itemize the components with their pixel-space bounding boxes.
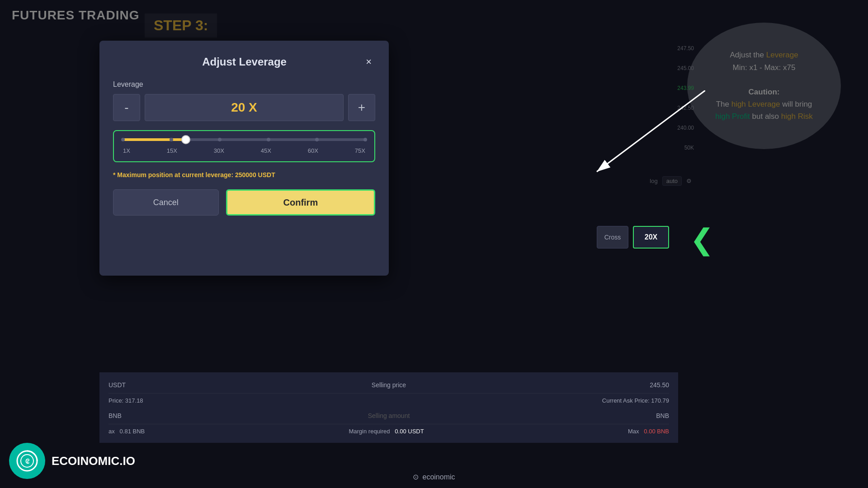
price-row: Price: 317.18 Current Ask Price: 170.79 xyxy=(108,394,669,408)
tick-dot-45x xyxy=(267,138,270,141)
selling-price-label: Selling price xyxy=(190,381,588,389)
decrease-leverage-button[interactable]: - xyxy=(113,94,140,121)
bottom-logo-icon: ⊙ xyxy=(413,473,419,481)
slider-tick-labels: 1X 15X 30X 45X 60X 75X xyxy=(123,147,365,154)
leverage-display: 20 X xyxy=(145,94,344,121)
tick-60x: 60X xyxy=(308,147,318,154)
leverage-slider-container: 1X 15X 30X 45X 60X 75X xyxy=(113,130,375,162)
selling-price-value: 245.50 xyxy=(588,381,669,389)
green-arrow-icon: ❮ xyxy=(690,225,714,254)
cross-badge[interactable]: Cross xyxy=(597,226,628,249)
close-button[interactable]: × xyxy=(362,54,375,70)
logo-circle-icon: ₢ xyxy=(9,443,45,479)
usdt-label: USDT xyxy=(108,381,190,389)
slider-track[interactable] xyxy=(123,138,365,141)
tick-1x: 1X xyxy=(123,147,130,154)
modal-title: Adjust Leverage xyxy=(127,56,362,68)
bnb-label-right: BNB xyxy=(588,412,669,419)
action-buttons: Cancel Confirm xyxy=(113,189,375,216)
confirm-button[interactable]: Confirm xyxy=(226,189,375,216)
tick-15x: 15X xyxy=(167,147,177,154)
slider-fill xyxy=(123,138,186,141)
slider-thumb[interactable] xyxy=(181,135,190,144)
bottom-center-logo: ⊙ ecoinomic xyxy=(413,473,455,481)
tick-dot-30x xyxy=(218,138,222,141)
max-bnb-right: Max 0.00 BNB xyxy=(628,428,669,435)
svg-text:₢: ₢ xyxy=(25,458,29,465)
current-ask-price: Current Ask Price: 170.79 xyxy=(602,397,669,404)
logo-text: ECOINOMIC.IO xyxy=(52,454,135,468)
tick-dot-75x xyxy=(363,138,367,141)
tick-dot-15x xyxy=(170,138,173,141)
modal-header: Adjust Leverage × xyxy=(113,54,375,70)
max-position-text: * Maximum position at current leverage: … xyxy=(113,171,375,178)
leverage-input-row: - 20 X + xyxy=(113,94,375,121)
bottom-logo-text: ecoinomic xyxy=(422,473,455,481)
leverage-badge[interactable]: 20X xyxy=(633,226,669,249)
max-bnb: ax 0.81 BNB xyxy=(108,428,145,435)
leverage-section-label: Leverage xyxy=(113,80,375,89)
margin-required: Margin required 0.00 USDT xyxy=(349,428,424,435)
ecoinomic-logo-svg: ₢ xyxy=(16,450,38,472)
margin-row: ax 0.81 BNB Margin required 0.00 USDT Ma… xyxy=(108,424,669,438)
adjust-leverage-modal: Adjust Leverage × Leverage - 20 X + 1X 1… xyxy=(99,41,389,276)
cancel-button[interactable]: Cancel xyxy=(113,189,219,216)
logo-area: ₢ ECOINOMIC.IO xyxy=(9,443,135,479)
tick-75x: 75X xyxy=(355,147,365,154)
selling-price-row: USDT Selling price 245.50 xyxy=(108,377,669,394)
tick-30x: 30X xyxy=(214,147,224,154)
tick-dot-60x xyxy=(315,138,319,141)
tick-45x: 45X xyxy=(261,147,271,154)
price-label: Price: 317.18 xyxy=(108,397,143,404)
bnb-label-left: BNB xyxy=(108,412,190,419)
bottom-trading-fields: USDT Selling price 245.50 Price: 317.18 … xyxy=(99,372,678,443)
tick-dot-1x xyxy=(121,138,125,141)
increase-leverage-button[interactable]: + xyxy=(348,94,375,121)
selling-amount-row: BNB Selling amount BNB xyxy=(108,408,669,424)
selling-amount-input[interactable]: Selling amount xyxy=(190,412,588,419)
